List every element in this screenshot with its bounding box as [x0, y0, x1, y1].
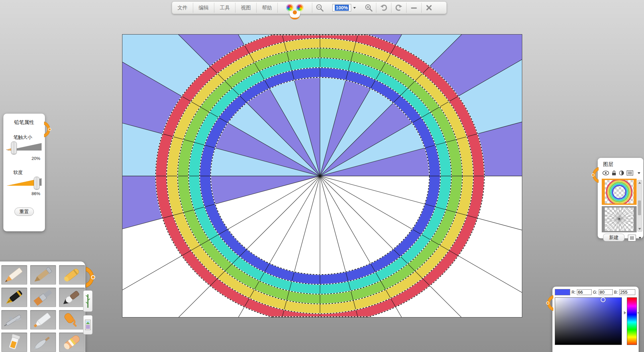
eye-icon[interactable]	[602, 171, 609, 175]
brush-size-label: 笔触大小	[13, 134, 45, 140]
layer-menu-icon[interactable]	[627, 170, 633, 176]
zoom-level-value: 100%	[335, 5, 349, 11]
menu-1[interactable]: 文件	[172, 2, 193, 14]
pencil-icon	[2, 266, 27, 284]
tool-flat-brush[interactable]	[30, 288, 56, 307]
tool-paint-jar[interactable]	[1, 333, 27, 352]
tool-pencil[interactable]	[1, 265, 27, 285]
zoom-out-button[interactable]	[312, 2, 327, 14]
palette-knife-icon	[31, 333, 56, 352]
hue-marker-right-icon[interactable]	[637, 311, 640, 314]
sunburst-thumbnail	[605, 208, 634, 231]
scrollbar-thumb[interactable]	[638, 200, 641, 215]
pencil-panel-handle[interactable]	[44, 121, 52, 138]
clown-face-logo[interactable]	[278, 2, 312, 14]
paint-roller-icon	[60, 310, 85, 329]
tool-eraser[interactable]	[59, 333, 85, 352]
menu-3[interactable]: 工具	[214, 2, 235, 14]
layer-item-rainbow-ring[interactable]	[602, 179, 637, 205]
layers-panel-title: 图层	[598, 158, 643, 168]
airbrush-icon	[2, 310, 27, 329]
pastel-icon	[31, 266, 56, 284]
layer-options-button[interactable]	[628, 235, 636, 241]
panel-handle-icon	[545, 295, 554, 311]
hue-strip[interactable]	[627, 297, 637, 345]
redo-button[interactable]	[391, 2, 406, 14]
ink-brush-icon	[60, 288, 85, 307]
layers-panel-handle[interactable]	[590, 167, 599, 183]
tool-ink-brush[interactable]	[59, 288, 85, 307]
tool-crayon[interactable]	[59, 265, 85, 285]
menu-5[interactable]: 帮助	[257, 2, 277, 14]
picture-category-button[interactable]	[83, 315, 93, 335]
tool-paint-roller[interactable]	[59, 310, 85, 330]
rainbow-ring-thumbnail	[605, 180, 634, 203]
r-label: R:	[572, 290, 576, 295]
panel-handle-icon	[590, 167, 599, 183]
softness-label: 软度	[13, 170, 45, 176]
caret-down-icon[interactable]	[353, 7, 356, 9]
menu-4[interactable]: 视图	[235, 2, 256, 14]
softness-slider[interactable]	[7, 178, 42, 188]
rainbow-ring-artwork	[122, 35, 522, 317]
saturation-value-square[interactable]	[555, 297, 622, 345]
scroll-down-icon[interactable]	[638, 228, 641, 230]
eraser-icon	[60, 333, 85, 352]
scroll-up-icon[interactable]	[638, 182, 641, 184]
minimize-button[interactable]	[407, 2, 421, 14]
list-icon	[630, 236, 634, 240]
brush-size-slider[interactable]	[7, 142, 42, 153]
opacity-icon[interactable]	[619, 170, 624, 176]
panel-handle-icon	[44, 121, 52, 138]
magnifier-minus-icon	[315, 3, 324, 12]
g-label: G:	[593, 290, 597, 295]
layer-options-caret-icon[interactable]	[639, 237, 641, 239]
zoom-level-input[interactable]: 100%	[327, 2, 361, 14]
layers-panel: 图层 新建	[598, 158, 643, 238]
drawing-canvas[interactable]	[122, 34, 522, 317]
bamboo-category-button[interactable]	[83, 290, 93, 312]
bamboo-icon	[85, 293, 91, 309]
softness-thumb[interactable]	[34, 177, 40, 189]
toolbar: 文件编辑工具视图帮助 100%	[172, 1, 447, 14]
red-value-input[interactable]	[577, 289, 592, 295]
redo-arrow-icon	[394, 4, 403, 12]
magnifier-plus-icon	[364, 3, 373, 12]
green-value-input[interactable]	[599, 289, 613, 295]
tool-airbrush[interactable]	[1, 310, 27, 330]
undo-arrow-icon	[379, 4, 388, 12]
layers-scrollbar[interactable]	[637, 180, 642, 232]
logo-nose-smile	[287, 10, 303, 20]
hue-marker-left-icon[interactable]	[624, 311, 626, 314]
color-position-marker[interactable]	[600, 297, 605, 302]
new-layer-button[interactable]: 新建	[603, 234, 625, 241]
menu-2[interactable]: 编辑	[193, 2, 214, 14]
reset-button[interactable]: 重置	[14, 208, 34, 216]
close-button[interactable]	[422, 2, 436, 14]
paint-jar-icon	[2, 333, 27, 352]
zoom-in-button[interactable]	[361, 2, 376, 14]
layer-item-sunburst[interactable]	[602, 206, 637, 232]
undo-button[interactable]	[376, 2, 391, 14]
unlock-icon[interactable]	[611, 170, 616, 176]
marker-icon	[31, 310, 56, 329]
flat-brush-icon	[31, 288, 56, 307]
color-picker-panel: R: G: B:	[552, 287, 639, 352]
tool-palette-knife[interactable]	[30, 333, 56, 352]
pencil-properties-panel: 铅笔属性 笔触大小 20% 软度 86% 重置	[3, 114, 45, 231]
caret-down-icon[interactable]	[638, 172, 640, 174]
brush-tools-panel	[0, 261, 85, 352]
close-icon	[425, 4, 433, 11]
brush-size-thumb[interactable]	[11, 141, 17, 154]
tool-fountain-pen[interactable]	[1, 288, 27, 307]
minimize-icon	[410, 4, 418, 11]
crayon-icon	[60, 266, 85, 284]
tools-panel-handle[interactable]	[85, 266, 94, 288]
color-panel-handle[interactable]	[545, 295, 554, 311]
softness-value: 86%	[3, 191, 40, 196]
tool-pastel[interactable]	[30, 265, 56, 285]
tool-marker[interactable]	[30, 310, 56, 330]
blue-value-input[interactable]	[619, 289, 635, 295]
current-color-swatch	[555, 289, 570, 295]
picture-icon	[85, 318, 91, 332]
